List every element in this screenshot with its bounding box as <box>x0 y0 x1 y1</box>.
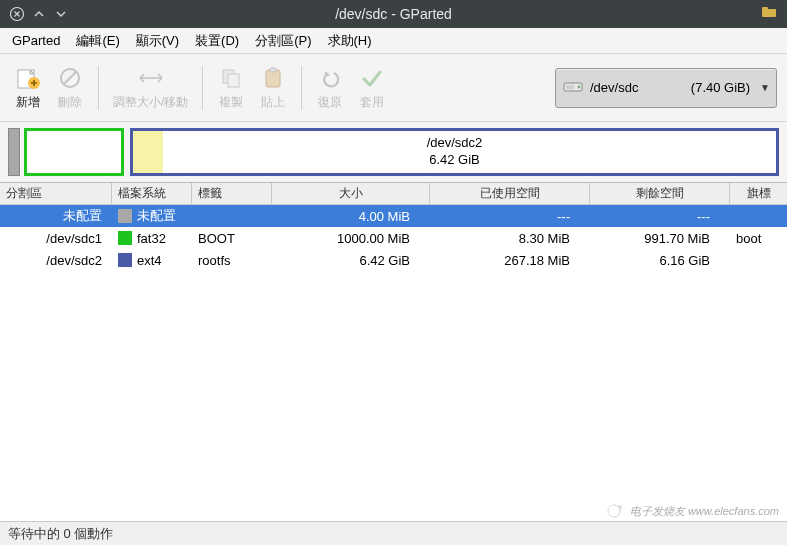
cell-partition: /dev/sdc1 <box>0 231 112 246</box>
col-unused[interactable]: 剩餘空間 <box>590 183 730 204</box>
cell-unused: 6.16 GiB <box>590 253 730 268</box>
down-button[interactable] <box>52 5 70 23</box>
copy-button: 複製 <box>211 60 251 115</box>
cell-partition: /dev/sdc2 <box>0 253 112 268</box>
table-header: 分割區 檔案系統 標籤 大小 已使用空間 剩餘空間 旗標 <box>0 183 787 205</box>
chevron-up-icon <box>33 8 45 20</box>
cell-label: rootfs <box>192 253 272 268</box>
delete-button: 刪除 <box>50 60 90 115</box>
resize-button: 調整大小/移動 <box>107 60 194 115</box>
toolbar: 新增 刪除 調整大小/移動 複製 貼上 復原 套用 <box>0 54 787 122</box>
window-title: /dev/sdc - GParted <box>335 6 452 22</box>
svg-rect-9 <box>266 70 280 87</box>
device-selector[interactable]: /dev/sdc (7.40 GiB) ▼ <box>555 68 777 108</box>
table-row[interactable]: 未配置未配置4.00 MiB------ <box>0 205 787 227</box>
paste-label: 貼上 <box>261 94 285 111</box>
cell-size: 1000.00 MiB <box>272 231 430 246</box>
titlebar: /dev/sdc - GParted <box>0 0 787 28</box>
undo-label: 復原 <box>318 94 342 111</box>
watermark-text: 电子发烧友 www.elecfans.com <box>630 504 779 519</box>
watermark-icon <box>606 503 626 519</box>
table-row[interactable]: /dev/sdc1fat32BOOT1000.00 MiB8.30 MiB991… <box>0 227 787 249</box>
fs-swatch <box>118 209 132 223</box>
new-button[interactable]: 新增 <box>8 60 48 115</box>
undo-icon <box>318 64 342 92</box>
cell-size: 6.42 GiB <box>272 253 430 268</box>
cell-filesystem: ext4 <box>112 253 192 268</box>
svg-point-15 <box>618 505 622 509</box>
cell-used: --- <box>430 209 590 224</box>
chevron-down-icon <box>55 8 67 20</box>
new-icon <box>15 64 41 92</box>
status-text: 等待中的 0 個動作 <box>8 525 113 543</box>
map-part-size: 6.42 GiB <box>427 152 483 169</box>
svg-rect-8 <box>228 74 239 87</box>
toolbar-separator <box>98 66 99 110</box>
menu-device[interactable]: 裝置(D) <box>187 29 247 53</box>
map-unallocated[interactable] <box>8 128 20 176</box>
svg-line-6 <box>64 72 76 84</box>
col-partition[interactable]: 分割區 <box>0 183 112 204</box>
menu-partition[interactable]: 分割區(P) <box>247 29 319 53</box>
chevron-down-icon: ▼ <box>760 82 770 93</box>
cell-size: 4.00 MiB <box>272 209 430 224</box>
apply-label: 套用 <box>360 94 384 111</box>
partition-table: 分割區 檔案系統 標籤 大小 已使用空間 剩餘空間 旗標 未配置未配置4.00 … <box>0 182 787 521</box>
apply-button: 套用 <box>352 60 392 115</box>
col-size[interactable]: 大小 <box>272 183 430 204</box>
copy-icon <box>219 64 243 92</box>
col-filesystem[interactable]: 檔案系統 <box>112 183 192 204</box>
fs-swatch <box>118 253 132 267</box>
cell-unused: 991.70 MiB <box>590 231 730 246</box>
svg-rect-2 <box>762 7 768 11</box>
menubar: GParted 編輯(E) 顯示(V) 裝置(D) 分割區(P) 求助(H) <box>0 28 787 54</box>
table-body: 未配置未配置4.00 MiB------/dev/sdc1fat32BOOT10… <box>0 205 787 521</box>
delete-label: 刪除 <box>58 94 82 111</box>
menu-view[interactable]: 顯示(V) <box>128 29 187 53</box>
resize-label: 調整大小/移動 <box>113 94 188 111</box>
cell-used: 267.18 MiB <box>430 253 590 268</box>
copy-label: 複製 <box>219 94 243 111</box>
drive-icon <box>562 77 584 98</box>
watermark: 电子发烧友 www.elecfans.com <box>606 503 779 519</box>
svg-rect-13 <box>566 85 574 89</box>
table-row[interactable]: /dev/sdc2ext4rootfs6.42 GiB267.18 MiB6.1… <box>0 249 787 271</box>
delete-icon <box>58 64 82 92</box>
close-icon <box>10 7 24 21</box>
status-bar: 等待中的 0 個動作 <box>0 521 787 545</box>
menu-gparted[interactable]: GParted <box>4 30 68 51</box>
col-flags[interactable]: 旗標 <box>730 183 787 204</box>
map-part-name: /dev/sdc2 <box>427 135 483 152</box>
up-button[interactable] <box>30 5 48 23</box>
cell-partition: 未配置 <box>0 207 112 225</box>
close-button[interactable] <box>8 5 26 23</box>
undo-button: 復原 <box>310 60 350 115</box>
svg-point-12 <box>578 86 581 89</box>
app-indicator-icon <box>761 5 779 22</box>
device-name: /dev/sdc <box>590 80 638 95</box>
cell-filesystem: fat32 <box>112 231 192 246</box>
resize-icon <box>136 64 166 92</box>
svg-rect-10 <box>270 68 276 72</box>
paste-icon <box>261 64 285 92</box>
cell-unused: --- <box>590 209 730 224</box>
menu-help[interactable]: 求助(H) <box>320 29 380 53</box>
fs-swatch <box>118 231 132 245</box>
toolbar-separator <box>301 66 302 110</box>
paste-button: 貼上 <box>253 60 293 115</box>
new-label: 新增 <box>16 94 40 111</box>
cell-flags: boot <box>730 231 787 246</box>
disk-map: /dev/sdc2 6.42 GiB <box>0 122 787 182</box>
device-size: (7.40 GiB) <box>691 80 750 95</box>
menu-edit[interactable]: 編輯(E) <box>68 29 127 53</box>
col-used[interactable]: 已使用空間 <box>430 183 590 204</box>
cell-used: 8.30 MiB <box>430 231 590 246</box>
apply-icon <box>360 64 384 92</box>
cell-filesystem: 未配置 <box>112 207 192 225</box>
cell-label: BOOT <box>192 231 272 246</box>
map-partition-sdc1[interactable] <box>24 128 124 176</box>
toolbar-separator <box>202 66 203 110</box>
col-label[interactable]: 標籤 <box>192 183 272 204</box>
map-partition-sdc2[interactable]: /dev/sdc2 6.42 GiB <box>130 128 779 176</box>
